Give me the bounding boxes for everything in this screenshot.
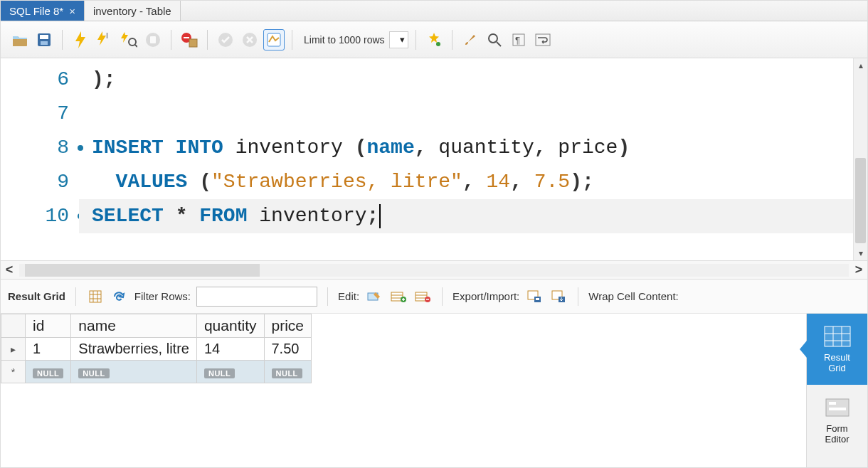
- edit-row-icon[interactable]: [365, 288, 383, 305]
- tab-label: inventory - Table: [93, 5, 171, 17]
- wrap-content-label: Wrap Cell Content:: [588, 290, 678, 302]
- commit-button[interactable]: [215, 29, 236, 50]
- refresh-icon[interactable]: [110, 288, 129, 305]
- sidepanel-form[interactable]: FormEditor: [807, 385, 867, 456]
- execute-button[interactable]: [70, 29, 91, 50]
- svg-rect-19: [536, 34, 550, 46]
- rollback-button[interactable]: [239, 29, 260, 50]
- sidepanel-label: ResultGrid: [824, 352, 850, 373]
- cell[interactable]: 14: [196, 338, 264, 361]
- table-row[interactable]: ▸1Strawberries, litre147.50: [1, 338, 312, 361]
- toolbar-separator: [62, 30, 63, 50]
- svg-rect-47: [829, 408, 846, 410]
- svg-rect-46: [829, 402, 836, 405]
- import-icon[interactable]: [549, 288, 568, 305]
- export-import-label: Export/Import:: [452, 290, 519, 302]
- svg-rect-9: [184, 37, 189, 38]
- code-line[interactable]: [79, 97, 867, 131]
- chevron-down-icon: ▾: [400, 34, 405, 45]
- stop-on-error-button[interactable]: [179, 29, 200, 50]
- code-area[interactable]: );INSERT INTO inventory (name, quantity,…: [79, 58, 867, 260]
- toolbar-separator: [416, 30, 416, 50]
- row-selector[interactable]: *: [1, 361, 26, 383]
- vertical-scrollbar[interactable]: ▴ ▾: [853, 58, 867, 260]
- sql-editor[interactable]: 678910 );INSERT INTO inventory (name, qu…: [1, 58, 867, 261]
- filter-rows-input[interactable]: [196, 287, 317, 307]
- scroll-thumb[interactable]: [25, 264, 260, 277]
- find-button[interactable]: [484, 29, 505, 50]
- autocommit-toggle[interactable]: [263, 29, 285, 50]
- column-header[interactable]: id: [26, 314, 71, 338]
- form-icon: [823, 396, 852, 419]
- scroll-thumb[interactable]: [855, 158, 866, 243]
- result-grid[interactable]: idnamequantityprice▸1Strawberries, litre…: [1, 314, 806, 467]
- line-gutter: 678910: [1, 58, 79, 260]
- limit-label: Limit to 1000 rows: [304, 34, 385, 46]
- add-row-icon[interactable]: [389, 288, 408, 305]
- column-header[interactable]: name: [71, 314, 197, 338]
- cell[interactable]: NULL: [26, 361, 71, 383]
- explain-button[interactable]: [118, 29, 139, 50]
- tab-0[interactable]: SQL File 8*×: [1, 1, 85, 21]
- svg-point-4: [129, 38, 136, 46]
- grid-view-icon[interactable]: [86, 288, 105, 305]
- column-header[interactable]: price: [264, 314, 312, 338]
- scroll-up-icon[interactable]: ▴: [854, 58, 867, 73]
- toolbar-separator: [452, 30, 452, 50]
- cell[interactable]: 1: [26, 338, 71, 361]
- result-table[interactable]: idnamequantityprice▸1Strawberries, litre…: [1, 314, 312, 383]
- code-line[interactable]: VALUES ("Strawberries, litre", 14, 7.5);: [79, 165, 867, 199]
- scroll-down-icon[interactable]: ▾: [854, 246, 867, 260]
- column-header[interactable]: quantity: [196, 314, 264, 338]
- cell[interactable]: NULL: [196, 361, 264, 383]
- cell[interactable]: NULL: [71, 361, 197, 383]
- svg-rect-37: [536, 298, 539, 300]
- show-whitespace-button[interactable]: ¶: [508, 29, 529, 50]
- tab-bar: SQL File 8*×inventory - Table: [1, 1, 867, 21]
- table-row[interactable]: *NULLNULLNULLNULL: [1, 361, 312, 383]
- stop-button[interactable]: [142, 29, 164, 50]
- svg-line-16: [497, 42, 501, 46]
- horizontal-scrollbar[interactable]: < >: [1, 261, 867, 280]
- toolbar-separator: [578, 287, 578, 306]
- svg-point-15: [489, 34, 497, 43]
- tab-1[interactable]: inventory - Table: [85, 1, 181, 21]
- brush-button[interactable]: [460, 29, 481, 50]
- export-icon[interactable]: [525, 288, 544, 305]
- cell[interactable]: Strawberries, litre: [71, 338, 197, 361]
- toolbar-separator: [292, 30, 292, 50]
- save-button[interactable]: [33, 29, 55, 50]
- main-toolbar: I Limit to 1000 rows ▾: [1, 21, 867, 58]
- edit-label: Edit:: [338, 290, 359, 302]
- cell[interactable]: NULL: [264, 361, 312, 383]
- toolbar-separator: [75, 287, 76, 306]
- filter-rows-label: Filter Rows:: [134, 290, 191, 302]
- cell[interactable]: 7.50: [264, 338, 312, 361]
- line-number: 8: [1, 131, 79, 165]
- svg-rect-20: [90, 291, 101, 302]
- scroll-track[interactable]: [19, 264, 849, 277]
- svg-rect-1: [40, 35, 48, 39]
- open-file-button[interactable]: [9, 29, 31, 50]
- beautify-button[interactable]: [423, 29, 445, 50]
- app-window: SQL File 8*×inventory - Table I: [0, 0, 868, 468]
- execute-current-button[interactable]: I: [94, 29, 115, 50]
- scroll-left-icon[interactable]: <: [1, 262, 18, 277]
- results-toolbar: Result Grid Filter Rows: Edit: Export/Im…: [1, 280, 867, 314]
- toolbar-separator: [207, 30, 208, 50]
- code-line[interactable]: INSERT INTO inventory (name, quantity, p…: [79, 131, 867, 165]
- wrap-button[interactable]: [532, 29, 554, 50]
- close-icon[interactable]: ×: [69, 5, 75, 17]
- svg-rect-2: [41, 41, 48, 45]
- sidepanel-label: FormEditor: [825, 423, 850, 445]
- code-line[interactable]: );: [79, 63, 867, 97]
- code-line[interactable]: SELECT * FROM inventory;: [79, 199, 867, 233]
- scroll-right-icon[interactable]: >: [850, 262, 867, 277]
- grid-icon: [823, 325, 852, 348]
- limit-dropdown[interactable]: ▾: [389, 31, 408, 48]
- tab-label: SQL File 8*: [9, 5, 63, 17]
- sidepanel-grid[interactable]: ResultGrid: [807, 314, 867, 385]
- delete-row-icon[interactable]: [413, 288, 432, 305]
- line-number: 9: [1, 165, 79, 199]
- row-selector[interactable]: ▸: [1, 338, 26, 361]
